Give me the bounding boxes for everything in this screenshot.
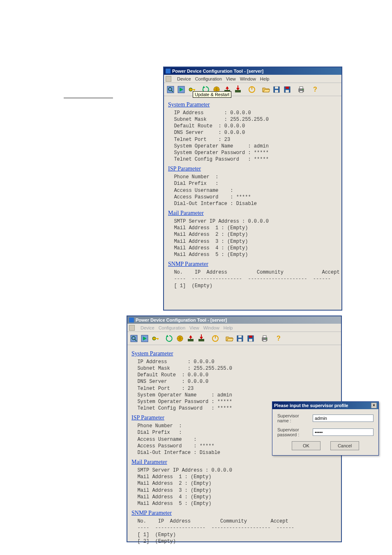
snmp-rule: ---- ----------------- -----------------… (168, 276, 337, 282)
sys-row: DNS Server : 0.0.0.0 (131, 378, 337, 385)
sys-row: System Operater Name : admin (168, 143, 337, 150)
tb-refresh-icon[interactable] (164, 334, 174, 343)
title-bar-2[interactable]: Power Device Configuration Tool - [serve… (127, 316, 341, 324)
isp-row: Dial-Out Interface : Disable (168, 200, 337, 207)
snmp-row: [ 1] (Empty) (168, 283, 337, 289)
content-area-1: System Parameter IP Address : 0.0.0.0 Su… (164, 96, 341, 293)
tooltip-update-restart: Update & Restart (193, 91, 231, 98)
mail-row: Mail Address 2 : (Empty) (168, 231, 337, 238)
section-isp: ISP Parameter (168, 165, 201, 173)
tb-print-icon[interactable] (296, 85, 306, 94)
tb-open-icon[interactable] (224, 334, 234, 343)
mail-row: Mail Address 1 : (Empty) (168, 225, 337, 231)
snmp-row: [ 1] (Empty) (131, 532, 337, 538)
tb-key-icon[interactable] (150, 334, 160, 343)
mdi-icon[interactable] (129, 325, 135, 331)
menu-view[interactable]: View (226, 76, 236, 81)
mail-row: Mail Address 4 : (Empty) (131, 494, 337, 500)
window-title: Power Device Configuration Tool - [serve… (172, 69, 263, 74)
svg-point-5 (189, 88, 192, 91)
tb-power-icon[interactable] (247, 85, 257, 94)
mail-row: SMTP Server IP Address : 0.0.0.0 (168, 218, 337, 225)
section-mail: Mail Parameter (168, 210, 204, 217)
svg-point-25 (302, 89, 303, 90)
svg-rect-23 (300, 87, 303, 89)
sys-row: Subnet Mask : 255.255.255.0 (131, 365, 337, 372)
sys-row: Telnet Config Password : ***** (168, 156, 337, 163)
svg-marker-13 (236, 85, 240, 90)
sys-row: Subnet Mask : 255.255.255.0 (168, 116, 337, 123)
supervisor-name-label: Supervisor name : (277, 413, 309, 423)
svg-rect-20 (286, 87, 289, 89)
snmp-rule: ---- ----------------- -----------------… (131, 525, 337, 531)
menu-bar-2: Device Configuration View Window Help (127, 324, 341, 332)
menu-configuration[interactable]: Configuration (159, 325, 185, 330)
svg-rect-7 (194, 89, 195, 91)
supervisor-name-input[interactable] (313, 415, 374, 422)
mail-row: SMTP Server IP Address : 0.0.0.0 (131, 467, 337, 474)
section-snmp: SNMP Parameter (131, 509, 172, 517)
tb-right-icon[interactable] (176, 85, 186, 94)
svg-rect-24 (300, 91, 303, 92)
sys-row: Default Route : 0.0.0.0 (131, 372, 337, 378)
menu-configuration[interactable]: Configuration (195, 76, 222, 81)
menu-window[interactable]: Window (240, 76, 256, 81)
tb-out-icon[interactable] (196, 334, 206, 343)
menu-window[interactable]: Window (203, 325, 219, 330)
tb-help-icon[interactable]: ? (274, 334, 284, 343)
toolbar-1: ? (164, 83, 341, 96)
mail-row: Mail Address 5 : (Empty) (131, 500, 337, 507)
menu-device[interactable]: Device (141, 325, 154, 330)
dialog-title: Please input the supervisor profile (274, 403, 348, 408)
main-window-1: Power Device Configuration Tool - [serve… (163, 67, 342, 311)
snmp-header: No. IP Address Community Accept (168, 269, 337, 276)
tb-right-icon[interactable] (140, 334, 150, 343)
tb-print-icon[interactable] (260, 334, 270, 343)
tb-world-icon[interactable] (175, 334, 185, 343)
supervisor-dialog: Please input the supervisor profile × Su… (272, 401, 379, 456)
tb-out-icon[interactable] (233, 85, 243, 94)
mdi-icon[interactable] (166, 76, 171, 82)
mail-row: Mail Address 2 : (Empty) (131, 480, 337, 487)
tb-power-icon[interactable] (210, 334, 220, 343)
svg-rect-49 (263, 336, 266, 338)
svg-marker-34 (166, 335, 168, 337)
svg-rect-50 (263, 340, 266, 341)
menu-help[interactable]: Help (224, 325, 233, 330)
tb-help-icon[interactable]: ? (310, 85, 320, 94)
mail-row: Mail Address 1 : (Empty) (131, 474, 337, 480)
isp-row: Access Password : ***** (168, 194, 337, 200)
sys-row: IP Address : 0.0.0.0 (131, 359, 337, 365)
tb-open-icon[interactable] (261, 85, 271, 94)
svg-rect-46 (249, 336, 252, 338)
tb-search-icon[interactable] (166, 85, 175, 94)
dialog-body: Supervisor name : Supervisor password : … (272, 409, 378, 455)
cancel-button[interactable]: Cancel (330, 441, 359, 450)
isp-row: Phone Number : (168, 174, 337, 180)
tb-save-icon[interactable] (235, 334, 245, 343)
menu-device[interactable]: Device (177, 76, 191, 81)
menu-view[interactable]: View (189, 325, 199, 330)
tb-in-icon[interactable] (186, 334, 196, 343)
tb-saveas-icon[interactable] (282, 85, 292, 94)
close-icon[interactable]: × (371, 403, 377, 408)
mail-row: Mail Address 5 : (Empty) (168, 251, 337, 258)
tb-saveas-icon[interactable] (246, 334, 256, 343)
svg-rect-18 (275, 90, 278, 92)
page-divider (64, 98, 113, 98)
isp-row: Access Username : (168, 187, 337, 194)
section-snmp: SNMP Parameter (168, 260, 208, 268)
svg-rect-21 (286, 90, 289, 92)
tb-search-icon[interactable] (129, 334, 139, 343)
menu-help[interactable]: Help (260, 76, 270, 81)
dialog-title-bar[interactable]: Please input the supervisor profile × (272, 402, 378, 409)
title-bar-1[interactable]: Power Device Configuration Tool - [serve… (164, 67, 341, 75)
tb-save-icon[interactable] (272, 85, 281, 94)
sys-row: System Operater Password : ***** (168, 150, 337, 156)
supervisor-password-input[interactable] (313, 428, 374, 436)
ok-button[interactable]: OK (292, 441, 321, 450)
snmp-row: [ 2] (Empty) (131, 538, 337, 545)
sys-row: Default Route : 0.0.0.0 (168, 123, 337, 129)
svg-marker-8 (203, 86, 205, 88)
mail-row: Mail Address 3 : (Empty) (131, 487, 337, 494)
